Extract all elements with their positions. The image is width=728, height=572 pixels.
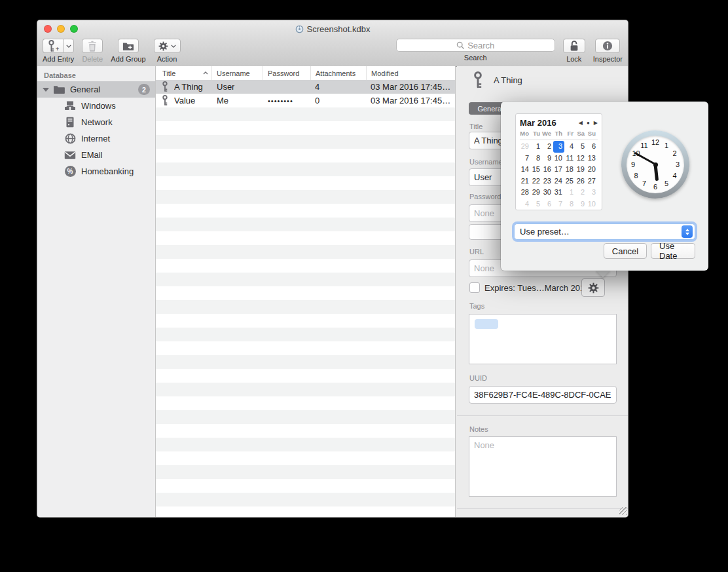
sidebar-item-network[interactable]: Network (37, 114, 155, 130)
calendar-prev-button[interactable]: ◀ (579, 120, 583, 126)
table-row[interactable]: Value Me •••••••• 0 03 Mar 2016 17:45… (156, 94, 455, 107)
clock-face: 123456789101112 (627, 136, 684, 193)
entry-list: Title Username Password Attachments Modi… (156, 66, 456, 517)
column-header-attachments[interactable]: Attachments (310, 66, 366, 80)
calendar-day[interactable]: 17 (553, 164, 564, 176)
action-button[interactable] (154, 39, 181, 53)
calendar-day[interactable]: 1 (531, 141, 542, 153)
uuid-field[interactable] (469, 386, 617, 404)
delete-button[interactable] (82, 39, 103, 53)
calendar-day[interactable]: 29 (531, 187, 542, 199)
calendar-day[interactable]: 21 (520, 176, 531, 187)
calendar-day[interactable]: 30 (542, 187, 553, 199)
clock-numeral: 9 (631, 161, 635, 168)
sidebar-item-general[interactable]: General 2 (37, 81, 155, 98)
calendar-day[interactable]: 8 (564, 199, 575, 210)
calendar-day[interactable]: 10 (587, 199, 598, 210)
sidebar-item-label: Windows (81, 101, 116, 111)
resize-grip-icon[interactable] (619, 507, 627, 515)
search-input[interactable]: Search (396, 39, 555, 52)
notes-field[interactable] (469, 436, 617, 497)
calendar-day[interactable]: 14 (520, 164, 531, 176)
percent-icon: % (65, 166, 76, 177)
calendar-day[interactable]: 31 (553, 187, 564, 199)
calendar-day[interactable]: 26 (575, 176, 587, 187)
calendar-day[interactable]: 6 (542, 199, 553, 210)
cell-username: User (217, 82, 234, 92)
search-item: Search Search (396, 39, 555, 62)
calendar-day[interactable]: 10 (553, 153, 564, 164)
sidebar-item-internet[interactable]: Internet (37, 130, 155, 147)
column-header-password[interactable]: Password (263, 66, 310, 80)
calendar-day[interactable]: 16 (542, 164, 553, 176)
calendar-day[interactable]: 5 (575, 141, 587, 153)
calendar-day[interactable]: 19 (575, 164, 587, 176)
calendar-day[interactable]: 9 (542, 153, 553, 164)
column-header-username[interactable]: Username (211, 66, 263, 80)
cancel-button[interactable]: Cancel (604, 243, 647, 259)
tag-token[interactable] (475, 319, 498, 329)
divider (457, 415, 628, 416)
calendar-day[interactable]: 25 (564, 176, 575, 187)
add-group-button[interactable] (118, 39, 139, 53)
calendar-dayname: Fr (564, 130, 575, 140)
lock-button[interactable] (563, 39, 585, 53)
calendar-day[interactable]: 29 (520, 141, 531, 153)
url-field-label: URL (469, 248, 484, 256)
calendar-day[interactable]: 23 (542, 176, 553, 187)
calendar-day[interactable]: 1 (564, 187, 575, 199)
add-entry-button[interactable]: + (43, 39, 64, 53)
sidebar-item-windows[interactable]: Windows (37, 98, 155, 114)
preset-dropdown[interactable]: Use preset… (514, 223, 695, 240)
calendar-day[interactable]: 24 (553, 176, 564, 187)
calendar-day[interactable]: 4 (564, 141, 575, 153)
add-group-item: Add Group (111, 39, 145, 63)
sidebar: Database General 2 Windows Network (37, 66, 156, 517)
calendar-day[interactable]: 7 (520, 153, 531, 164)
calendar-dayname: Tu (531, 130, 542, 140)
calendar-day[interactable]: 2 (542, 141, 553, 153)
calendar-day[interactable]: 11 (564, 153, 575, 164)
calendar-day[interactable]: 12 (575, 153, 587, 164)
table-row[interactable]: A Thing User 4 03 Mar 2016 17:45… (156, 80, 455, 94)
expires-options-button[interactable] (581, 278, 605, 297)
calendar-day[interactable]: 27 (587, 176, 598, 187)
inspector-button[interactable] (595, 39, 620, 53)
add-entry-dropdown-button[interactable] (64, 39, 74, 53)
calendar-next-button[interactable]: ▶ (594, 120, 598, 126)
calendar-day[interactable]: 7 (553, 199, 564, 210)
clock-hour-hand[interactable] (654, 164, 659, 181)
calendar: Mar 2016 ◀ ● ▶ MoTuWeThFrSaSu 2912345678… (515, 113, 602, 210)
calendar-dayname: Su (587, 130, 598, 140)
calendar-day-selected[interactable]: 3 (553, 141, 564, 153)
calendar-day[interactable]: 13 (587, 153, 598, 164)
column-header-title[interactable]: Title (156, 66, 211, 80)
cell-password: •••••••• (268, 97, 293, 105)
use-date-button[interactable]: Use Date (651, 243, 695, 259)
calendar-day[interactable]: 15 (531, 164, 542, 176)
sidebar-item-homebanking[interactable]: % Homebanking (37, 163, 155, 180)
analog-clock[interactable]: 123456789101112 (621, 130, 689, 199)
calendar-day[interactable]: 9 (575, 199, 587, 210)
disclosure-triangle-icon[interactable] (43, 88, 49, 92)
calendar-day[interactable]: 28 (520, 187, 531, 199)
calendar-day[interactable]: 22 (531, 176, 542, 187)
calendar-day[interactable]: 5 (531, 199, 542, 210)
chevron-down-icon (66, 45, 71, 48)
calendar-day[interactable]: 4 (520, 199, 531, 210)
entry-list-body[interactable]: A Thing User 4 03 Mar 2016 17:45… Value … (156, 80, 455, 517)
calendar-day[interactable]: 3 (587, 187, 598, 199)
calendar-day[interactable]: 18 (564, 164, 575, 176)
column-header-modified[interactable]: Modified (366, 66, 456, 80)
sidebar-item-email[interactable]: EMail (37, 147, 155, 163)
cell-modified: 03 Mar 2016 17:45… (371, 96, 454, 105)
expires-checkbox[interactable] (469, 282, 480, 293)
calendar-today-button[interactable]: ● (587, 120, 590, 126)
calendar-day[interactable]: 2 (575, 187, 587, 199)
titlebar[interactable]: Screenshot.kdbx (37, 20, 628, 37)
calendar-day[interactable]: 6 (587, 141, 598, 153)
calendar-day[interactable]: 20 (587, 164, 598, 176)
tags-field[interactable] (469, 314, 617, 364)
calendar-day[interactable]: 8 (531, 153, 542, 164)
info-icon (602, 41, 613, 51)
